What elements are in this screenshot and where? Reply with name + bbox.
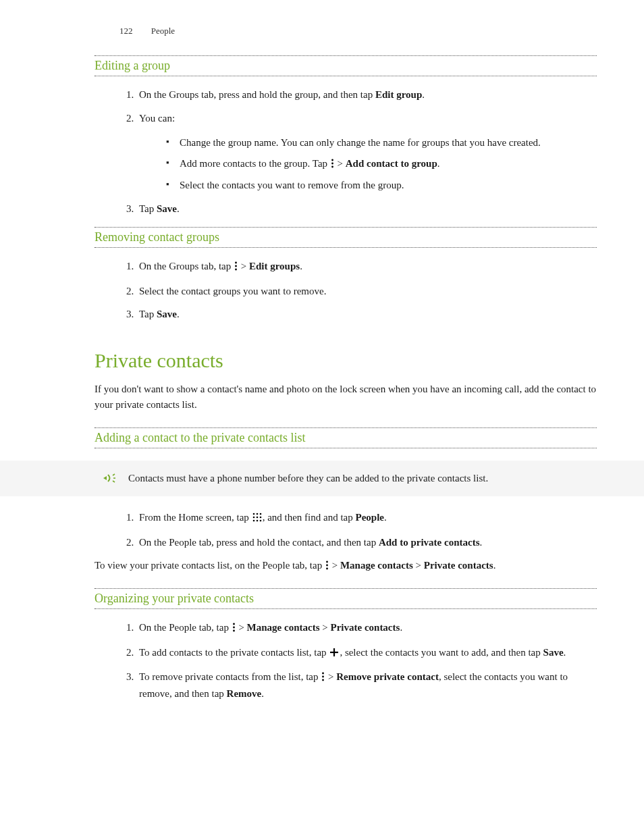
svg-point-1 xyxy=(331,162,333,164)
step-item: On the Groups tab, press and hold the gr… xyxy=(136,87,597,103)
page-number: 122 xyxy=(119,26,133,36)
note-callout: Contacts must have a phone number before… xyxy=(0,461,644,496)
svg-line-8 xyxy=(113,481,115,482)
plus-icon xyxy=(329,646,339,662)
svg-point-18 xyxy=(326,561,328,563)
section-heading-bar: Editing a group xyxy=(95,55,597,76)
step-item: To remove private contacts from the list… xyxy=(136,669,597,701)
svg-point-4 xyxy=(235,265,237,267)
more-menu-icon xyxy=(232,621,236,637)
step-item: From the Home screen, tap , and then fin… xyxy=(136,510,597,527)
step-item: On the Groups tab, tap > Edit groups. xyxy=(136,259,597,276)
svg-point-12 xyxy=(252,517,254,519)
svg-point-2 xyxy=(331,165,333,167)
section-heading-bar: Adding a contact to the private contacts… xyxy=(95,427,597,448)
more-menu-icon xyxy=(234,260,238,276)
svg-point-16 xyxy=(256,520,258,522)
heading-private-contacts: Private contacts xyxy=(95,349,597,372)
page-header: 122 People xyxy=(95,26,597,36)
apps-grid-icon xyxy=(252,511,262,527)
svg-point-27 xyxy=(322,676,324,678)
intro-paragraph: If you don't want to show a contact's na… xyxy=(95,382,597,413)
more-menu-icon xyxy=(331,157,334,173)
bullet-item: Select the contacts you want to remove f… xyxy=(166,178,597,193)
section-heading-bar: Organizing your private contacts xyxy=(95,588,597,609)
svg-point-13 xyxy=(256,517,258,519)
after-steps-paragraph: To view your private contacts list, on t… xyxy=(95,558,597,575)
step-item: Select the contact groups you want to re… xyxy=(136,284,597,299)
svg-point-23 xyxy=(233,630,235,632)
step-item: On the People tab, tap > Manage contacts… xyxy=(136,620,597,637)
steps-editing-group: On the Groups tab, press and hold the gr… xyxy=(95,87,597,216)
svg-point-17 xyxy=(259,520,261,522)
heading-organizing-private: Organizing your private contacts xyxy=(95,592,597,607)
note-text: Contacts must have a phone number before… xyxy=(128,473,488,484)
more-menu-icon xyxy=(321,671,325,686)
document-page: 122 People Editing a group On the Groups… xyxy=(0,0,644,834)
steps-adding-private: From the Home screen, tap , and then fin… xyxy=(95,510,597,550)
step-item: You can: Change the group name. You can … xyxy=(136,111,597,193)
step-item: To add contacts to the private contacts … xyxy=(136,645,597,662)
steps-removing-groups: On the Groups tab, tap > Edit groups. Se… xyxy=(95,259,597,322)
svg-point-19 xyxy=(326,565,328,567)
steps-organizing-private: On the People tab, tap > Manage contacts… xyxy=(95,620,597,701)
svg-point-9 xyxy=(252,513,254,515)
svg-line-6 xyxy=(113,474,115,475)
heading-editing-group: Editing a group xyxy=(95,59,597,74)
chapter-title: People xyxy=(151,26,175,36)
step-item: Tap Save. xyxy=(136,201,597,217)
svg-point-5 xyxy=(235,269,237,271)
svg-point-15 xyxy=(252,520,254,522)
svg-point-22 xyxy=(233,627,235,629)
svg-point-3 xyxy=(235,262,237,264)
step-item: Tap Save. xyxy=(136,307,597,322)
heading-removing-groups: Removing contact groups xyxy=(95,230,597,246)
svg-point-21 xyxy=(233,623,235,625)
bullet-list: Change the group name. You can only chan… xyxy=(139,135,597,193)
step-item: On the People tab, press and hold the co… xyxy=(136,535,597,550)
svg-point-11 xyxy=(259,513,261,515)
note-icon xyxy=(101,470,117,489)
svg-point-14 xyxy=(259,517,261,519)
bullet-item: Change the group name. You can only chan… xyxy=(166,135,597,151)
svg-point-0 xyxy=(331,159,333,161)
svg-point-28 xyxy=(322,679,324,681)
svg-point-20 xyxy=(326,568,328,570)
bullet-item: Add more contacts to the group. Tap > Ad… xyxy=(166,156,597,173)
heading-adding-private: Adding a contact to the private contacts… xyxy=(95,431,597,446)
section-heading-bar: Removing contact groups xyxy=(95,227,597,248)
svg-point-10 xyxy=(256,513,258,515)
more-menu-icon xyxy=(325,559,329,575)
svg-point-26 xyxy=(322,673,324,675)
